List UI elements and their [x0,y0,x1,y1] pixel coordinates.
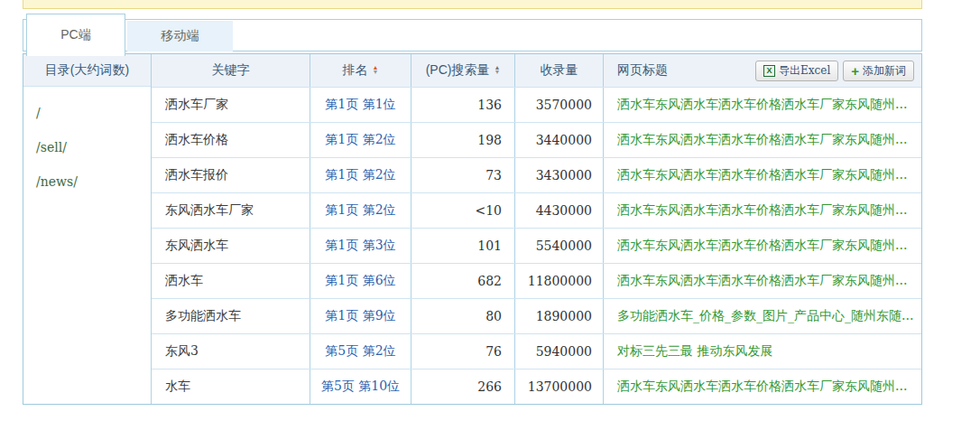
keyword-cell: 东风洒水车厂家 [152,193,310,228]
tab-mobile[interactable]: 移动端 [127,21,233,51]
search-volume-cell: 73 [411,158,515,192]
indexed-cell: 3430000 [515,158,604,192]
rank-link[interactable]: 第5页 第2位 [310,334,411,369]
rank-link[interactable]: 第1页 第6位 [310,264,411,298]
keyword-cell: 东风洒水车 [152,229,310,263]
seo-keyword-tool-page: PC端 移动端 目录(大约词数) / /sell/ /news/ 关键字 排名 … [0,0,980,421]
indexed-cell: 3570000 [515,88,604,122]
rank-link[interactable]: 第1页 第9位 [310,299,411,333]
column-header-page-title: 网页标题 X 导出Excel + 添加新词 [604,54,921,87]
tab-pc[interactable]: PC端 [26,14,125,56]
rank-link[interactable]: 第5页 第10位 [310,370,411,404]
toolbar-buttons: X 导出Excel + 添加新词 [755,61,921,81]
search-volume-cell: 101 [411,229,515,263]
tab-strip: PC端 移动端 [23,19,922,51]
tab-pc-label: PC端 [60,27,90,43]
directory-item: /news/ [36,164,151,199]
excel-icon: X [763,65,775,77]
page-title-cell: 洒水车东风洒水车洒水车价格洒水车厂家东风随州... [604,193,921,228]
column-header-keyword: 关键字 [152,54,310,87]
search-volume-cell: <10 [411,193,515,228]
rank-link[interactable]: 第1页 第2位 [310,193,411,228]
keyword-cell: 洒水车厂家 [152,88,310,122]
search-volume-cell: 76 [411,334,515,369]
page-title-cell: 对标三先三最 推动东风发展 [604,334,921,369]
table-row: 水车 第5页 第10位 266 13700000 洒水车东风洒水车洒水车价格洒水… [152,369,921,404]
notice-bar [23,0,922,9]
page-title-cell: 洒水车东风洒水车洒水车价格洒水车厂家东风随州... [604,264,921,298]
page-title-cell: 洒水车东风洒水车洒水车价格洒水车厂家东风随州... [604,158,921,192]
page-title-cell: 多功能洒水车_价格_参数_图片_产品中心_随州东随... [604,299,921,333]
page-title-cell: 洒水车东风洒水车洒水车价格洒水车厂家东风随州... [604,88,921,122]
directory-list: / /sell/ /news/ [23,87,151,404]
table-row: 多功能洒水车 第1页 第9位 80 1890000 多功能洒水车_价格_参数_图… [152,298,921,333]
indexed-cell: 13700000 [515,370,604,404]
indexed-cell: 5940000 [515,334,604,369]
indexed-cell: 4430000 [515,193,604,228]
search-volume-cell: 80 [411,299,515,333]
keyword-table: 目录(大约词数) / /sell/ /news/ 关键字 排名 ▲▼ (PC)搜… [23,53,922,405]
search-volume-cell: 266 [411,370,515,404]
rank-link[interactable]: 第1页 第2位 [310,123,411,157]
rank-link[interactable]: 第1页 第2位 [310,158,411,192]
rank-link[interactable]: 第1页 第1位 [310,88,411,122]
indexed-cell: 11800000 [515,264,604,298]
column-header-search-volume[interactable]: (PC)搜索量 ▲▼ [411,54,515,87]
indexed-cell: 3440000 [515,123,604,157]
table-row: 洒水车 第1页 第6位 682 11800000 洒水车东风洒水车洒水车价格洒水… [152,263,921,298]
plus-icon: + [851,63,859,79]
directory-column: 目录(大约词数) / /sell/ /news/ [23,54,152,404]
directory-item: /sell/ [36,130,151,164]
sort-icon-rank[interactable]: ▲▼ [373,66,379,75]
search-volume-cell: 136 [411,88,515,122]
table-row: 洒水车厂家 第1页 第1位 136 3570000 洒水车东风洒水车洒水车价格洒… [152,87,921,122]
indexed-cell: 5540000 [515,229,604,263]
sort-icon-search-volume[interactable]: ▲▼ [494,66,500,75]
table-row: 洒水车报价 第1页 第2位 73 3430000 洒水车东风洒水车洒水车价格洒水… [152,157,921,192]
table-row: 洒水车价格 第1页 第2位 198 3440000 洒水车东风洒水车洒水车价格洒… [152,122,921,157]
keyword-cell: 洒水车报价 [152,158,310,192]
keyword-cell: 水车 [152,370,310,404]
export-excel-button[interactable]: X 导出Excel [755,61,838,81]
keyword-cell: 洒水车 [152,264,310,298]
keyword-cell: 洒水车价格 [152,123,310,157]
table-row: 东风洒水车 第1页 第3位 101 5540000 洒水车东风洒水车洒水车价格洒… [152,228,921,263]
keyword-cell: 多功能洒水车 [152,299,310,333]
indexed-cell: 1890000 [515,299,604,333]
table-row: 东风洒水车厂家 第1页 第2位 <10 4430000 洒水车东风洒水车洒水车价… [152,192,921,228]
column-header-directory: 目录(大约词数) [23,54,151,87]
page-title-cell: 洒水车东风洒水车洒水车价格洒水车厂家东风随州... [604,370,921,404]
add-keyword-button[interactable]: + 添加新词 [843,61,914,81]
directory-item: / [36,96,151,130]
column-header-rank[interactable]: 排名 ▲▼ [310,54,411,87]
tab-mobile-label: 移动端 [162,28,199,44]
table-row: 东风3 第5页 第2位 76 5940000 对标三先三最 推动东风发展 [152,333,921,369]
keyword-cell: 东风3 [152,334,310,369]
rank-link[interactable]: 第1页 第3位 [310,229,411,263]
search-volume-cell: 682 [411,264,515,298]
page-title-cell: 洒水车东风洒水车洒水车价格洒水车厂家东风随州... [604,123,921,157]
search-volume-cell: 198 [411,123,515,157]
column-header-indexed: 收录量 [515,54,604,87]
page-title-cell: 洒水车东风洒水车洒水车价格洒水车厂家东风随州... [604,229,921,263]
table-main: 关键字 排名 ▲▼ (PC)搜索量 ▲▼ 收录量 网页标题 X [152,54,921,404]
table-header-row: 关键字 排名 ▲▼ (PC)搜索量 ▲▼ 收录量 网页标题 X [152,54,921,87]
